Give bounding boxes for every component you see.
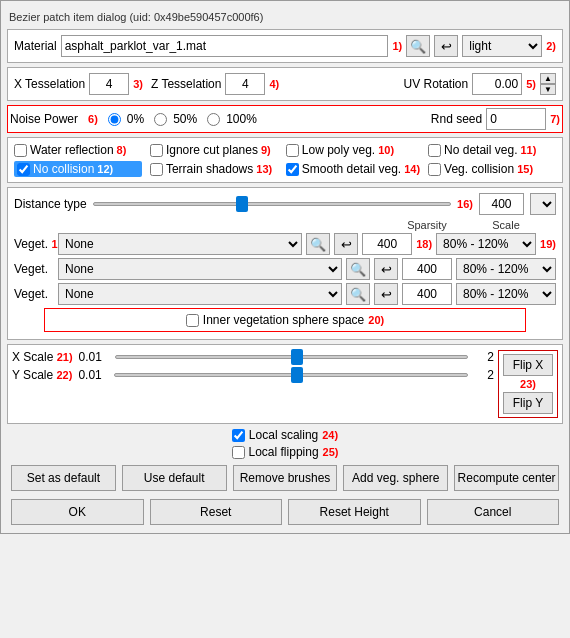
xscale-max: 2 (474, 350, 494, 364)
veget1-scale[interactable]: 80% - 120% (436, 233, 536, 255)
uv-up-btn[interactable]: ▲ (540, 73, 556, 84)
material-label: Material (14, 39, 57, 53)
vegcollision-label: Veg. collision (444, 162, 514, 176)
veget2-sparsity[interactable] (402, 258, 452, 280)
water-reflection-item: Water reflection 8) (14, 143, 142, 157)
veget1-sparsity-num: 18) (416, 238, 432, 250)
vegcollision-checkbox[interactable] (428, 163, 441, 176)
nocollision-num: 12) (97, 163, 113, 175)
smooth-item: Smooth detail veg. 14) (286, 161, 420, 177)
inner-veg-num: 20) (368, 314, 384, 326)
lowpoly-item: Low poly veg. 10) (286, 143, 420, 157)
add-veg-sphere-btn[interactable]: Add veg. sphere (343, 465, 448, 491)
veget1-search-btn[interactable]: 🔍 (306, 233, 330, 255)
noise-0-radio[interactable] (108, 113, 121, 126)
smooth-label: Smooth detail veg. (302, 162, 401, 176)
dist-slider-track[interactable] (93, 202, 451, 206)
xscale-track[interactable] (115, 355, 468, 359)
ok-btn[interactable]: OK (11, 499, 144, 525)
local-scaling-checkbox[interactable] (232, 429, 245, 442)
inner-veg-checkbox[interactable] (186, 314, 199, 327)
yscale-thumb[interactable] (291, 367, 303, 383)
sparsity-header: Sparsity (402, 219, 452, 231)
nocollision-checkbox[interactable] (17, 163, 30, 176)
ignore-cut-label: Ignore cut planes (166, 143, 258, 157)
veget2-arrow-btn[interactable]: ↩ (374, 258, 398, 280)
veget1-arrow-btn[interactable]: ↩ (334, 233, 358, 255)
veget2-select[interactable]: None (58, 258, 342, 280)
z-tess-num: 4) (269, 78, 279, 90)
noise-100-radio[interactable] (207, 113, 220, 126)
yscale-track[interactable] (114, 373, 468, 377)
veget2-search-btn[interactable]: 🔍 (346, 258, 370, 280)
uv-spin[interactable]: ▲ ▼ (540, 73, 556, 95)
use-default-btn[interactable]: Use default (122, 465, 227, 491)
cancel-btn[interactable]: Cancel (427, 499, 560, 525)
nodetail-checkbox[interactable] (428, 144, 441, 157)
rnd-label: Rnd seed (431, 112, 482, 126)
light-select[interactable]: light (462, 35, 542, 57)
veget3-scale[interactable]: 80% - 120% (456, 283, 556, 305)
local-flipping-item: Local flipping 25) (232, 445, 339, 459)
veget3-search-btn[interactable]: 🔍 (346, 283, 370, 305)
veget1-label: Veget. 17) (14, 237, 54, 251)
local-flipping-num: 25) (323, 446, 339, 458)
uv-num: 5) (526, 78, 536, 90)
set-default-btn[interactable]: Set as default (11, 465, 116, 491)
terrain-item: Terrain shadows 13) (150, 161, 278, 177)
veget3-sparsity[interactable] (402, 283, 452, 305)
terrain-label: Terrain shadows (166, 162, 253, 176)
material-num: 1) (392, 40, 402, 52)
xscale-thumb[interactable] (291, 349, 303, 365)
reset-btn[interactable]: Reset (150, 499, 283, 525)
water-reflection-checkbox[interactable] (14, 144, 27, 157)
nodetail-label: No detail veg. (444, 143, 517, 157)
bezier-patch-dialog: Bezier patch item dialog (uid: 0x49be590… (0, 0, 570, 534)
lowpoly-checkbox[interactable] (286, 144, 299, 157)
rnd-input[interactable] (486, 108, 546, 130)
x-tess-label: X Tesselation (14, 77, 85, 91)
dialog-title: Bezier patch item dialog (uid: 0x49be590… (7, 7, 563, 29)
uv-label: UV Rotation (404, 77, 469, 91)
veget1-scale-num: 19) (540, 238, 556, 250)
nodetail-num: 11) (520, 144, 536, 156)
terrain-checkbox[interactable] (150, 163, 163, 176)
uv-input[interactable] (472, 73, 522, 95)
scale-header: Scale (456, 219, 556, 231)
xscale-label: X Scale 21) (12, 350, 73, 364)
dist-select[interactable] (530, 193, 556, 215)
local-flipping-checkbox[interactable] (232, 446, 245, 459)
veget2-label: Veget. (14, 262, 54, 276)
veget3-label: Veget. (14, 287, 54, 301)
yscale-label: Y Scale 22) (12, 368, 72, 382)
ignore-num: 9) (261, 144, 271, 156)
noise-50-radio[interactable] (154, 113, 167, 126)
reset-height-btn[interactable]: Reset Height (288, 499, 421, 525)
z-tess-input[interactable] (225, 73, 265, 95)
smooth-num: 14) (404, 163, 420, 175)
smooth-checkbox[interactable] (286, 163, 299, 176)
material-search-btn[interactable]: 🔍 (406, 35, 430, 57)
dist-slider-thumb[interactable] (236, 196, 248, 212)
flip-section: Flip X 23) Flip Y (498, 350, 558, 418)
veget3-select[interactable]: None (58, 283, 342, 305)
flipx-btn[interactable]: Flip X (503, 354, 553, 376)
remove-brushes-btn[interactable]: Remove brushes (233, 465, 338, 491)
vegcollision-item: Veg. collision 15) (428, 161, 556, 177)
veget2-scale[interactable]: 80% - 120% (456, 258, 556, 280)
veget3-arrow-btn[interactable]: ↩ (374, 283, 398, 305)
recompute-btn[interactable]: Recompute center (454, 465, 559, 491)
flipy-btn[interactable]: Flip Y (503, 392, 553, 414)
uv-down-btn[interactable]: ▼ (540, 84, 556, 95)
ignore-cut-checkbox[interactable] (150, 144, 163, 157)
veget1-sparsity[interactable] (362, 233, 412, 255)
material-arrow-btn[interactable]: ↩ (434, 35, 458, 57)
local-scaling-item: Local scaling 24) (232, 428, 338, 442)
dist-input[interactable] (479, 193, 524, 215)
veget1-select[interactable]: None (58, 233, 302, 255)
lowpoly-label: Low poly veg. (302, 143, 375, 157)
material-input[interactable] (61, 35, 389, 57)
water-num: 8) (117, 144, 127, 156)
x-tess-input[interactable] (89, 73, 129, 95)
yscale-min: 0.01 (78, 368, 108, 382)
